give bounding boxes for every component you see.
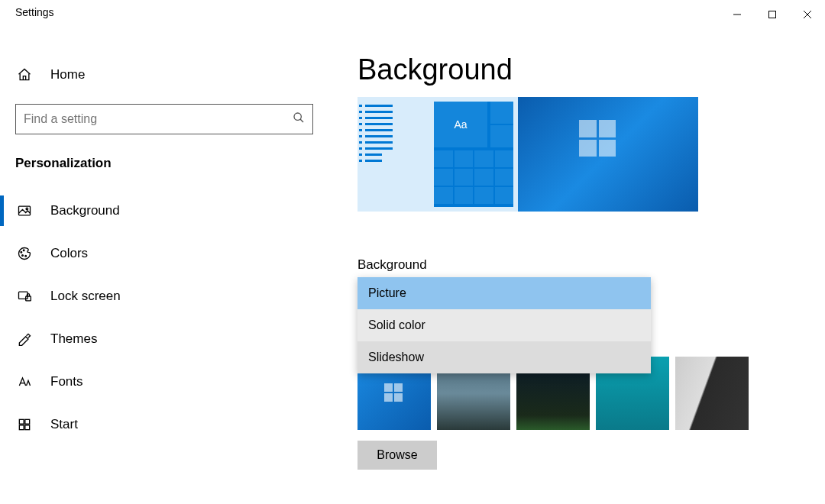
svg-point-8 [21, 252, 22, 254]
sidebar-item-label: Background [50, 203, 120, 218]
home-nav-item[interactable]: Home [0, 53, 328, 96]
svg-rect-15 [19, 419, 24, 424]
svg-rect-18 [25, 425, 30, 430]
sidebar-item-label: Themes [50, 331, 97, 347]
dropdown-option-label: Solid color [368, 318, 425, 332]
sidebar-item-colors[interactable]: Colors [0, 232, 328, 275]
home-icon [15, 66, 34, 84]
close-button[interactable] [790, 3, 825, 26]
svg-rect-1 [769, 11, 776, 18]
sidebar-item-label: Start [50, 417, 78, 432]
windows-logo-icon [384, 383, 403, 402]
lockscreen-icon [15, 287, 34, 305]
settings-window: Settings Home Personalization [0, 0, 825, 504]
search-box[interactable] [15, 104, 313, 134]
palette-icon [15, 244, 34, 263]
svg-point-9 [22, 255, 24, 257]
themes-icon [15, 330, 34, 348]
close-icon [803, 10, 812, 19]
maximize-icon [768, 10, 777, 19]
page-title: Background [358, 53, 810, 86]
svg-point-4 [294, 113, 301, 120]
sidebar-item-lockscreen[interactable]: Lock screen [0, 275, 328, 318]
thumbnail-5[interactable] [675, 357, 749, 430]
minimize-icon [733, 10, 742, 19]
background-field-label: Background [358, 257, 810, 273]
app-title: Settings [15, 6, 54, 18]
sidebar-item-label: Lock screen [50, 289, 121, 304]
sidebar-item-label: Fonts [50, 374, 83, 389]
preview-sample-text: Aa [434, 102, 487, 147]
preview-start-tiles: Aa [434, 102, 513, 207]
minimize-button[interactable] [720, 3, 755, 26]
dropdown-option-picture[interactable]: Picture [358, 277, 651, 309]
maximize-button[interactable] [755, 3, 790, 26]
content-area: Background Aa Background Picture [358, 53, 810, 504]
picture-icon [15, 202, 34, 220]
svg-rect-12 [19, 292, 28, 299]
section-header: Personalization [0, 150, 328, 189]
svg-point-10 [25, 256, 27, 257]
svg-point-7 [26, 208, 28, 210]
background-dropdown[interactable]: Picture Solid color Slideshow [358, 277, 651, 373]
preview-taskbar-area: Aa [358, 97, 518, 212]
preview-menu-lines [365, 105, 393, 166]
preview-wallpaper [518, 97, 698, 212]
svg-rect-16 [25, 419, 30, 424]
search-input[interactable] [24, 112, 293, 126]
home-label: Home [50, 67, 85, 82]
dropdown-option-label: Slideshow [368, 351, 424, 364]
windows-logo-icon [579, 120, 616, 157]
dropdown-option-label: Picture [368, 286, 406, 300]
titlebar-controls [720, 3, 825, 26]
start-icon [15, 415, 34, 434]
svg-rect-17 [19, 425, 24, 430]
svg-point-11 [23, 250, 24, 251]
sidebar-item-themes[interactable]: Themes [0, 318, 328, 360]
fonts-icon [15, 373, 34, 391]
search-icon [293, 111, 305, 127]
sidebar: Home Personalization Background Colors [0, 53, 328, 446]
dropdown-option-solidcolor[interactable]: Solid color [358, 309, 651, 341]
sidebar-item-label: Colors [50, 246, 88, 261]
desktop-preview: Aa [358, 97, 698, 212]
sidebar-item-fonts[interactable]: Fonts [0, 360, 328, 403]
sidebar-item-background[interactable]: Background [0, 189, 328, 232]
svg-line-5 [300, 119, 303, 122]
dropdown-option-slideshow[interactable]: Slideshow [358, 341, 651, 373]
browse-button[interactable]: Browse [358, 441, 437, 470]
sidebar-item-start[interactable]: Start [0, 403, 328, 446]
